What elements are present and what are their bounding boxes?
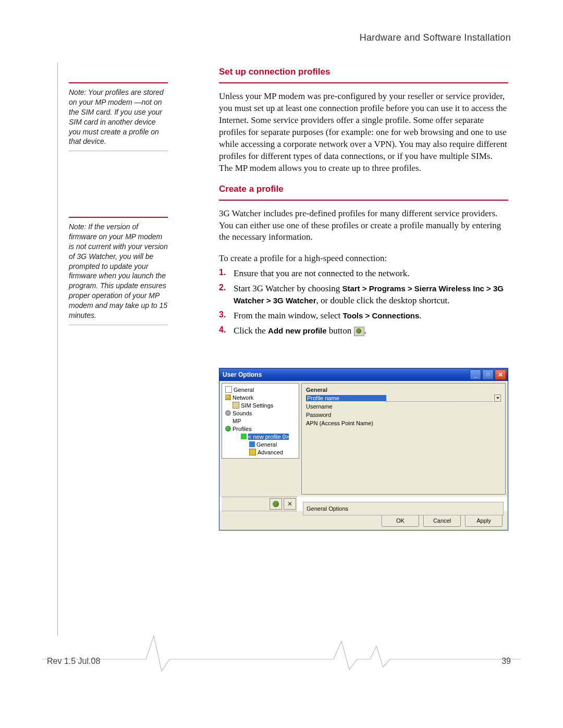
steps-list: 1. Ensure that you are not connected to … <box>219 268 508 337</box>
add-profile-button[interactable] <box>270 498 282 510</box>
field-label-username: Username <box>306 403 384 410</box>
profiles-icon <box>225 426 231 431</box>
new-profile-icon <box>241 434 247 439</box>
step-number: 3. <box>219 310 234 322</box>
close-button[interactable]: ✕ <box>495 369 506 380</box>
general-options-bar: General Options <box>303 502 504 515</box>
page-header: Hardware and Software Installation <box>360 32 511 43</box>
profile-form-panel: General Profile name Username Password A… <box>301 383 506 495</box>
window-titlebar: User Options _ □ ✕ <box>219 368 508 381</box>
sidenote-2: Note: If the version of firmware on your… <box>69 217 168 325</box>
sounds-icon <box>225 410 231 416</box>
page-icon <box>225 386 232 393</box>
field-label-profile-name[interactable]: Profile name <box>306 395 386 401</box>
footer-rev: Rev 1.5 Jul.08 <box>47 657 100 666</box>
apply-button[interactable]: Apply <box>465 514 503 527</box>
network-icon <box>225 394 231 400</box>
sidenote-1: Note: Your profiles are stored on your M… <box>69 82 168 151</box>
dropdown-icon[interactable] <box>494 394 501 402</box>
general-icon <box>249 441 255 447</box>
margin-rule <box>57 63 58 636</box>
user-options-window: User Options _ □ ✕ General Network SIM S… <box>219 368 508 530</box>
step-number: 4. <box>219 325 234 337</box>
profile-name-input[interactable] <box>386 395 493 402</box>
sim-icon <box>232 402 239 409</box>
step-text: Start 3G Watcher by choosing Start > Pro… <box>234 283 508 307</box>
advanced-icon <box>249 449 256 455</box>
field-label-apn: APN (Access Point Name) <box>306 420 400 426</box>
cancel-button[interactable]: Cancel <box>423 514 461 527</box>
options-tree[interactable]: General Network SIM Settings Sounds MP P… <box>222 383 299 459</box>
panel-group-label: General <box>306 387 501 393</box>
field-label-password: Password <box>306 412 384 418</box>
minimize-button[interactable]: _ <box>470 369 481 380</box>
ok-button[interactable]: OK <box>382 514 419 527</box>
heading-create-profile: Create a profile <box>219 184 508 201</box>
window-title: User Options <box>223 371 262 378</box>
maximize-button[interactable]: □ <box>482 369 494 380</box>
delete-profile-button[interactable] <box>284 498 296 510</box>
step-number: 1. <box>219 268 234 280</box>
page-number: 39 <box>501 657 511 666</box>
tree-toolbar <box>222 497 297 511</box>
step-text: From the main window, select Tools > Con… <box>234 310 422 322</box>
body-p2: 3G Watcher includes pre-defined profiles… <box>219 208 508 244</box>
add-profile-icon <box>354 327 364 336</box>
heading-setup-profiles: Set up connection profiles <box>219 67 508 83</box>
step-text: Ensure that you are not connected to the… <box>234 268 410 280</box>
footer-waveform <box>42 631 521 672</box>
step-number: 2. <box>219 283 234 307</box>
step-text: Click the Add new profile button . <box>234 325 366 337</box>
body-p3: To create a profile for a high-speed con… <box>219 253 508 265</box>
body-p1: Unless your MP modem was pre-configured … <box>219 91 508 175</box>
tree-item-new-profile[interactable]: < new profile 0> <box>248 434 289 440</box>
